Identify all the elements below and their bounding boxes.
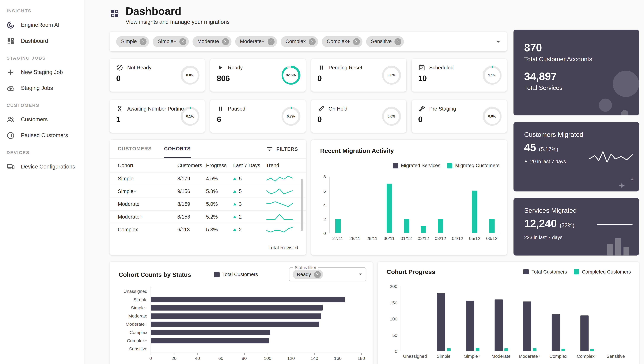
x-tick-label: 28/11 — [346, 233, 364, 242]
status-donut: 1.1% — [483, 66, 502, 85]
bar-total-customers-moderate[interactable] — [494, 299, 503, 351]
sidebar-item-dashboard[interactable]: Dashboard — [0, 33, 84, 49]
bar-migrated-customers-05-12[interactable] — [472, 191, 478, 233]
bar-migrated-customers-06-12[interactable] — [489, 219, 494, 233]
chip-close-icon[interactable]: ✕ — [268, 38, 274, 45]
totals-summary-card: 870 Total Customer Accounts 34,897 Total… — [514, 30, 639, 115]
bar-completed-customers-moderate-plus[interactable] — [533, 348, 537, 351]
bar-completed-customers-complex-plus[interactable] — [590, 349, 594, 351]
filter-chip-complex-plus[interactable]: Complex+✕ — [322, 36, 362, 47]
tab-customers[interactable]: CUSTOMERS — [118, 140, 152, 158]
chip-close-icon[interactable]: ✕ — [394, 38, 402, 45]
chip-close-icon[interactable]: ✕ — [353, 38, 360, 45]
sidebar: INSIGHTSEngineRoom AIDashboardSTAGING JO… — [0, 0, 85, 364]
x-axis-tick — [291, 353, 292, 355]
x-tick-label: Simple — [429, 351, 458, 360]
status-card-label: Not Ready — [127, 65, 152, 70]
filter-chip-simple-plus[interactable]: Simple+✕ — [153, 36, 189, 47]
sidebar-item-new-staging-job[interactable]: New Staging Job — [0, 64, 84, 80]
bar-completed-customers-simple[interactable] — [447, 348, 451, 351]
sidebar-item-customers[interactable]: Customers — [0, 111, 84, 127]
status-card-label: Pre Staging — [429, 106, 456, 112]
y-category-label: Simple+ — [118, 303, 151, 312]
y-axis: 02468 — [318, 177, 329, 233]
cell-last7days-value: 2 — [239, 214, 242, 220]
chip-close-icon[interactable]: ✕ — [309, 38, 316, 45]
bar-migrated-customers-03-12[interactable] — [438, 219, 443, 233]
bar-total-customers-moderate-plus[interactable] — [151, 321, 319, 327]
filter-chip-complex[interactable]: Complex✕ — [280, 36, 318, 47]
trend-up-icon — [233, 216, 236, 218]
bar-row-moderate-plus — [151, 320, 361, 328]
y-tick-label: 200 — [390, 284, 398, 289]
bar-row-simple-plus — [151, 303, 361, 312]
x-axis: 020406080100120140160180 — [151, 353, 361, 361]
pause-circle-icon — [6, 131, 15, 139]
legend-item-migrated-customers: Migrated Customers — [447, 163, 500, 168]
bar-completed-customers-complex[interactable] — [562, 349, 565, 351]
filter-chip-moderate-plus[interactable]: Moderate+✕ — [235, 36, 277, 47]
chevron-down-icon[interactable] — [359, 273, 362, 275]
cohort-filter-select[interactable]: Simple✕Simple+✕Moderate✕Moderate+✕Comple… — [110, 32, 507, 51]
status-card-ready: Ready80692.6% — [210, 59, 306, 92]
sidebar-item-staging-jobs[interactable]: Staging Jobs — [0, 80, 84, 96]
table-row-complex[interactable]: Complex6/1135.3%2 — [110, 223, 306, 236]
status-filter-chip[interactable]: Ready ✕ — [292, 269, 323, 279]
table-row-moderate-plus[interactable]: Moderate+8/1535.2%2 — [110, 210, 306, 223]
y-tick-label: 8 — [323, 174, 326, 179]
legend-swatch — [574, 269, 579, 274]
status-filter-select[interactable]: Status filter Ready ✕ — [289, 267, 366, 281]
circle-decoration — [613, 71, 639, 97]
chevron-down-icon[interactable] — [496, 41, 500, 43]
filters-button-label: FILTERS — [276, 146, 298, 152]
bar-group-unassigned — [401, 286, 430, 351]
filter-chip-moderate[interactable]: Moderate✕ — [192, 36, 231, 47]
filter-chip-simple[interactable]: Simple✕ — [116, 36, 149, 47]
cell-last7days: 5 — [233, 189, 266, 194]
trend-sparkline — [266, 175, 293, 182]
tab-cohorts[interactable]: COHORTS — [164, 140, 190, 158]
status-donut-percent: 0.0% — [182, 68, 198, 83]
status-card-paused: Paused60.7% — [210, 100, 306, 133]
table-row-moderate[interactable]: Moderate8/1595.0%3 — [110, 198, 306, 210]
status-donut-percent: 0.0% — [384, 109, 399, 124]
filters-button[interactable]: FILTERS — [266, 140, 298, 158]
trend-sparkline — [266, 226, 293, 233]
services-migrated-value: 12,240 — [524, 218, 557, 230]
bar-total-customers-simple[interactable] — [151, 297, 345, 302]
cell-cohort: Moderate+ — [118, 214, 177, 220]
bar-total-customers-moderate[interactable] — [151, 313, 322, 318]
bar-total-customers-simple-plus[interactable] — [151, 305, 322, 310]
ready-icon — [217, 64, 224, 71]
sidebar-item-paused-customers[interactable]: Paused Customers — [0, 127, 84, 143]
chip-close-icon[interactable]: ✕ — [140, 38, 147, 45]
sidebar-item-engineroom-ai[interactable]: EngineRoom AI — [0, 17, 84, 33]
chip-close-icon[interactable]: ✕ — [222, 38, 229, 45]
bar-migrated-customers-02-12[interactable] — [421, 226, 426, 233]
x-tick-label: 160 — [334, 356, 342, 360]
bar-completed-customers-simple-plus[interactable] — [476, 348, 479, 351]
chip-close-icon[interactable]: ✕ — [314, 271, 321, 278]
bar-total-customers-moderate-plus[interactable] — [523, 301, 531, 351]
filter-chip-sensitive[interactable]: Sensitive✕ — [366, 36, 404, 47]
bar-completed-customers-moderate[interactable] — [504, 348, 508, 351]
bar-total-customers-complex-plus[interactable] — [151, 338, 269, 343]
bar-total-customers-simple[interactable] — [437, 293, 445, 351]
cell-trend — [266, 188, 298, 195]
bar-migrated-customers-01-12[interactable] — [404, 219, 409, 233]
cloud-upload-icon — [6, 84, 15, 92]
bar-total-customers-complex[interactable] — [552, 314, 560, 351]
status-donut-percent: 1.1% — [484, 68, 500, 83]
bar-migrated-customers-27-11[interactable] — [336, 219, 341, 233]
table-row-simple[interactable]: Simple8/1794.5%5 — [110, 172, 306, 185]
sidebar-item-device-configurations[interactable]: Device Configurations — [0, 159, 84, 175]
bar-total-customers-complex-plus[interactable] — [580, 315, 588, 351]
table-scrollbar[interactable] — [301, 179, 303, 231]
chip-close-icon[interactable]: ✕ — [179, 38, 186, 45]
bar-total-customers-complex[interactable] — [151, 330, 270, 335]
line-decoration — [597, 224, 632, 225]
x-axis-tick — [198, 353, 198, 355]
bar-migrated-customers-30-11[interactable] — [387, 184, 392, 233]
bar-total-customers-simple-plus[interactable] — [466, 300, 474, 351]
table-row-simple-plus[interactable]: Simple+9/1565.8%5 — [110, 185, 306, 198]
